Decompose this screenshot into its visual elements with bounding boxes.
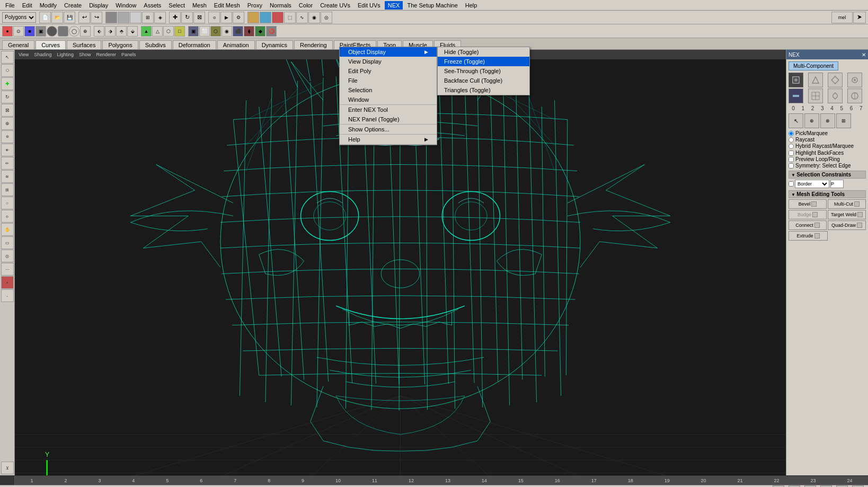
tb-render2[interactable]: ⚙ [233, 12, 244, 23]
tb-b1[interactable] [105, 12, 117, 23]
tb-lasso[interactable]: ∿ [296, 12, 308, 23]
tb-render1[interactable]: ▶ [220, 12, 232, 23]
menu-edit-uvs[interactable]: Edit UVs [355, 1, 384, 10]
submenu-freeze[interactable]: Freeze (Toggle) [438, 57, 529, 66]
lt-grab[interactable]: ✋ [1, 223, 14, 236]
shelf-btn-14[interactable]: △ [152, 26, 163, 37]
nex-dropdown-menu[interactable]: Object Display ▶ View Display Edit Poly … [339, 47, 437, 145]
comp-icon-0[interactable] [789, 73, 803, 87]
shelf-btn-11[interactable]: ⬘ [116, 26, 127, 37]
shelf-btn-1[interactable]: ● [2, 26, 13, 37]
connect-options-icon[interactable] [814, 223, 820, 228]
shelf-btn-2[interactable]: ⊙ [13, 26, 24, 37]
shelf-btn-9[interactable]: ⬖ [94, 26, 104, 37]
quad-draw-btn[interactable]: Quad-Draw [828, 220, 866, 230]
tb-snap1[interactable] [247, 12, 259, 23]
menu-item-help[interactable]: Help ▶ [340, 135, 437, 144]
constraint-border-input[interactable] [830, 180, 844, 188]
vp-panels[interactable]: Panels [120, 52, 138, 57]
tab-general[interactable]: General [2, 40, 34, 49]
menu-select[interactable]: Select [165, 1, 188, 10]
chk-symmetry[interactable] [789, 163, 794, 169]
budge-btn[interactable]: Budge [789, 210, 827, 219]
bevel-options-icon[interactable] [811, 201, 817, 207]
menu-edit-mesh[interactable]: Edit Mesh [211, 1, 243, 10]
menu-mesh[interactable]: Mesh [189, 1, 210, 10]
multi-cut-options-icon[interactable] [854, 201, 860, 207]
vp-shading[interactable]: Shading [32, 52, 53, 57]
constraint-border-select[interactable]: Border [795, 180, 829, 188]
chk-preview[interactable] [789, 157, 794, 162]
tb-rotate[interactable]: ↻ [181, 12, 193, 23]
object-display-submenu[interactable]: Hide (Toggle) Freeze (Toggle) See-Throug… [437, 47, 530, 95]
shelf-cam-1[interactable]: ▣ [188, 26, 199, 37]
menu-item-file[interactable]: File [340, 76, 437, 85]
tab-dynamics[interactable]: Dynamics [256, 40, 293, 49]
menu-item-nex-panel[interactable]: NEX Panel (Toggle) [340, 114, 437, 124]
shelf-btn-16[interactable]: □ [174, 26, 185, 37]
shelf-btn-7[interactable]: ◯ [69, 26, 79, 37]
lt-attract[interactable]: ◎ [1, 250, 14, 262]
shelf-btn-8[interactable]: ⊕ [80, 26, 91, 37]
menu-normals[interactable]: Normals [267, 1, 295, 10]
submenu-triangles[interactable]: Triangles (Toggle) [438, 85, 529, 95]
menu-create-uvs[interactable]: Create UVs [317, 1, 353, 10]
shelf-btn-5[interactable] [47, 26, 57, 37]
menu-setup-machine[interactable]: The Setup Machine [404, 1, 460, 10]
lt-show[interactable]: 👁 [1, 144, 14, 156]
constraint-border-chk[interactable] [789, 181, 794, 187]
tb-cam1[interactable]: ◉ [308, 12, 320, 23]
shelf-btn-6[interactable] [58, 26, 68, 37]
submenu-see-through[interactable]: See-Through (Toggle) [438, 66, 529, 76]
comp-icon-4[interactable] [789, 88, 803, 103]
nav-end[interactable]: ▶▶ [836, 485, 848, 488]
lt-flatten[interactable]: ▭ [1, 236, 14, 249]
shelf-btn-13[interactable]: ▲ [141, 26, 152, 37]
menu-window[interactable]: Window [112, 1, 139, 10]
nav-play[interactable]: ▶ [804, 485, 816, 488]
tb-b3[interactable] [130, 12, 141, 23]
shelf-btn-15[interactable]: ⬡ [163, 26, 174, 37]
multi-component-btn[interactable]: Multi-Component [789, 61, 838, 70]
bevel-btn[interactable]: Bevel [789, 199, 827, 209]
comp-icon-6[interactable] [828, 88, 843, 103]
shelf-btn-4[interactable]: ▣ [36, 26, 46, 37]
menu-edit[interactable]: Edit [19, 1, 36, 10]
lt-rotate[interactable]: ↻ [1, 91, 14, 103]
shelf-btn-12[interactable]: ⬙ [127, 26, 138, 37]
tb-softsel[interactable]: ⌾ [208, 12, 220, 23]
radio-raycast[interactable] [789, 137, 794, 143]
tb-mel[interactable]: mel [831, 12, 853, 23]
sel-grow[interactable]: ⊞ [836, 113, 851, 128]
comp-icon-7[interactable] [847, 88, 862, 103]
nav-stop[interactable]: ⏹ [852, 485, 864, 488]
lt-lasso[interactable]: ⬡ [1, 64, 14, 77]
lt-paint[interactable]: ✏ [1, 157, 14, 170]
submenu-hide[interactable]: Hide (Toggle) [438, 47, 529, 57]
menu-nex[interactable]: NEX [385, 1, 403, 10]
tb-move[interactable]: ✚ [169, 12, 181, 23]
tab-deformation[interactable]: Deformation [173, 40, 216, 49]
lt-relax[interactable]: ⌾ [1, 210, 14, 223]
lt-universal[interactable]: ⊕ [1, 117, 14, 130]
close-icon[interactable]: ✕ [862, 52, 866, 58]
extrude-options-icon[interactable] [814, 233, 820, 238]
vp-view[interactable]: View [17, 52, 30, 57]
lt-soft[interactable]: ⊛ [1, 130, 14, 143]
menu-item-object-display[interactable]: Object Display ▶ [340, 47, 437, 57]
tab-animation[interactable]: Animation [217, 40, 255, 49]
tb-b2[interactable] [118, 12, 129, 23]
tb-undo[interactable]: ↩ [78, 12, 90, 23]
shelf-cam-7[interactable]: ◆ [255, 26, 265, 37]
menu-help[interactable]: Help [462, 1, 481, 10]
multi-cut-btn[interactable]: Multi-Cut [828, 199, 866, 209]
lt-extras[interactable]: ⋯ [1, 263, 14, 276]
lt-a[interactable]: + [1, 276, 14, 289]
menu-item-edit-poly[interactable]: Edit Poly [340, 66, 437, 76]
lt-b[interactable]: - [1, 289, 14, 302]
tb-logo[interactable]: ⮞ [853, 12, 866, 23]
mode-dropdown[interactable]: Polygons [2, 12, 36, 23]
shelf-cam-3[interactable]: ⬡ [210, 26, 221, 37]
lt-crease[interactable]: ⊞ [1, 183, 14, 196]
tb-scale[interactable]: ⊠ [193, 12, 205, 23]
